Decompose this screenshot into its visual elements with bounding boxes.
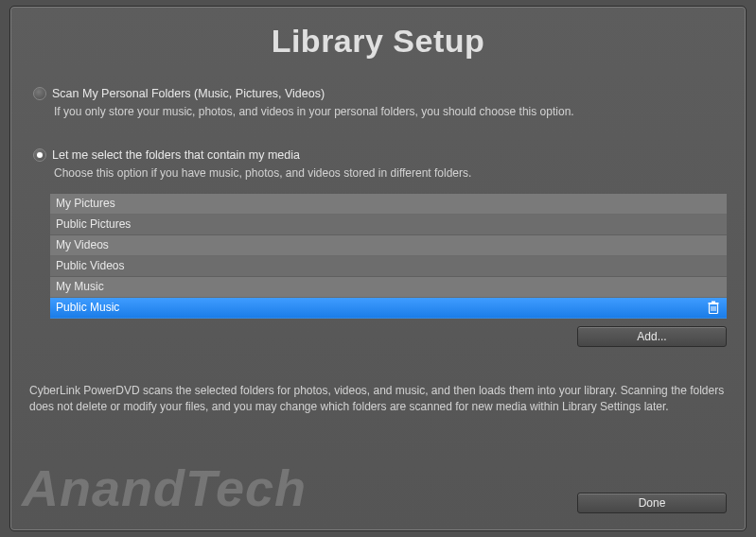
watermark: AnandTech bbox=[22, 462, 307, 513]
trash-icon[interactable] bbox=[706, 301, 721, 316]
folder-name: Public Videos bbox=[56, 258, 721, 273]
library-setup-dialog: Library Setup Scan My Personal Folders (… bbox=[9, 6, 747, 531]
info-text: CyberLink PowerDVD scans the selected fo… bbox=[29, 383, 727, 416]
dialog-title: Library Setup bbox=[29, 20, 727, 63]
option-personal-folders[interactable]: Scan My Personal Folders (Music, Picture… bbox=[33, 86, 727, 119]
add-button[interactable]: Add... bbox=[577, 326, 727, 347]
list-item[interactable]: Public Pictures bbox=[50, 215, 727, 235]
folder-list: My Pictures Public Pictures My Videos Pu… bbox=[50, 194, 727, 319]
list-item[interactable]: Public Music bbox=[50, 298, 727, 319]
radio-select[interactable] bbox=[33, 148, 46, 162]
radio-personal[interactable] bbox=[33, 87, 46, 100]
option-select-folders[interactable]: Let me select the folders that contain m… bbox=[33, 147, 727, 181]
option-personal-label: Scan My Personal Folders (Music, Picture… bbox=[52, 86, 325, 102]
list-item[interactable]: Public Videos bbox=[50, 256, 727, 277]
list-item[interactable]: My Music bbox=[50, 277, 727, 298]
option-personal-desc: If you only store your music, photos, an… bbox=[54, 104, 727, 119]
folder-name: Public Music bbox=[56, 300, 706, 315]
done-button[interactable]: Done bbox=[577, 493, 727, 513]
option-select-label: Let me select the folders that contain m… bbox=[52, 147, 300, 164]
folder-name: My Pictures bbox=[56, 196, 721, 211]
folder-name: Public Pictures bbox=[56, 217, 721, 232]
option-select-desc: Choose this option if you have music, ph… bbox=[54, 165, 727, 181]
list-item[interactable]: My Pictures bbox=[50, 194, 727, 215]
folder-name: My Videos bbox=[56, 237, 721, 252]
svg-rect-5 bbox=[712, 302, 715, 303]
list-item[interactable]: My Videos bbox=[50, 235, 727, 256]
folder-name: My Music bbox=[56, 279, 721, 294]
